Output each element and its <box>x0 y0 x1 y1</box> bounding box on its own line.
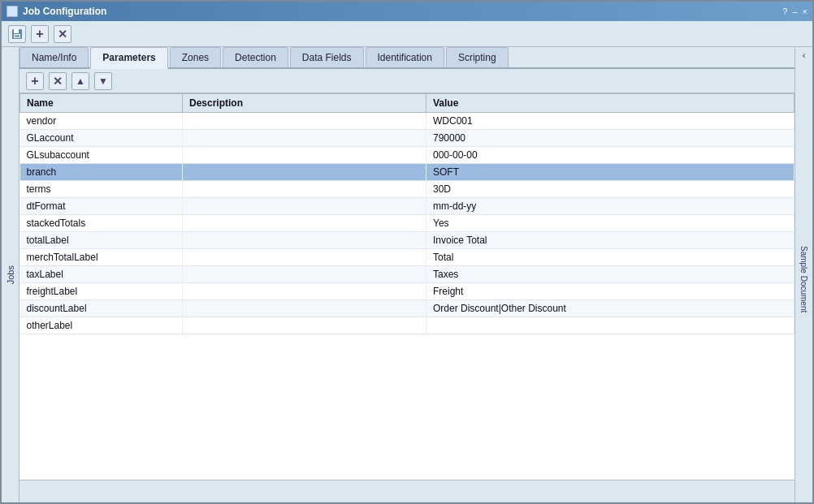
cell-description <box>183 113 426 130</box>
cell-value: 000-00-00 <box>426 147 795 164</box>
cell-value: mm-dd-yy <box>426 198 795 215</box>
tabs-bar: Name/Info Parameters Zones Detection Dat… <box>19 47 795 69</box>
title-bar: Job Configuration ? – × <box>2 2 812 21</box>
minimize-button[interactable]: – <box>792 6 797 16</box>
table-row[interactable]: GLaccount790000 <box>20 130 795 147</box>
cell-name: vendor <box>20 113 183 130</box>
delete-row-icon: ✕ <box>53 75 63 87</box>
inner-toolbar: + ✕ ▲ ▼ <box>19 69 795 93</box>
cell-value: WDC001 <box>426 113 795 130</box>
cell-description <box>183 164 426 181</box>
parameters-table-container: Name Description Value vendorWDC001GLacc… <box>19 93 795 480</box>
tab-datafields[interactable]: Data Fields <box>290 47 364 67</box>
cell-value: SOFT <box>426 164 795 181</box>
cell-name: totalLabel <box>20 232 183 249</box>
tab-zones[interactable]: Zones <box>170 47 221 67</box>
tab-identification[interactable]: Identification <box>366 47 444 67</box>
save-button[interactable] <box>8 25 26 43</box>
cell-description <box>183 130 426 147</box>
cell-name: GLsubaccount <box>20 147 183 164</box>
table-row[interactable]: otherLabel <box>20 317 795 334</box>
window-icon <box>6 6 18 17</box>
down-arrow-icon: ▼ <box>98 75 108 87</box>
table-row[interactable]: stackedTotalsYes <box>20 215 795 232</box>
cell-name: taxLabel <box>20 266 183 283</box>
save-icon <box>11 28 23 40</box>
cell-value: Order Discount|Other Discount <box>426 300 795 317</box>
move-down-button[interactable]: ▼ <box>94 72 112 90</box>
cell-name: GLaccount <box>20 130 183 147</box>
right-sidebar-chevron[interactable]: ‹ <box>803 50 806 60</box>
cell-value <box>426 317 795 334</box>
cell-description <box>183 266 426 283</box>
table-row[interactable]: taxLabelTaxes <box>20 266 795 283</box>
cell-name: discountLabel <box>20 300 183 317</box>
cell-description <box>183 283 426 300</box>
cell-name: stackedTotals <box>20 215 183 232</box>
tab-scripting[interactable]: Scripting <box>446 47 509 67</box>
help-button[interactable]: ? <box>782 6 787 16</box>
parameters-table: Name Description Value vendorWDC001GLacc… <box>19 93 795 334</box>
add-top-button[interactable]: + <box>31 25 49 43</box>
up-arrow-icon: ▲ <box>76 75 85 87</box>
cell-description <box>183 215 426 232</box>
job-configuration-window: Job Configuration ? – × + ✕ Jobs <box>0 0 814 504</box>
cell-name: otherLabel <box>20 317 183 334</box>
cell-value: 30D <box>426 181 795 198</box>
cell-value: Invoice Total <box>426 232 795 249</box>
cell-description <box>183 249 426 266</box>
window-title: Job Configuration <box>23 6 106 17</box>
cell-description <box>183 198 426 215</box>
sample-document-label[interactable]: Sample Document <box>799 246 808 312</box>
cell-description <box>183 147 426 164</box>
cell-name: dtFormat <box>20 198 183 215</box>
title-bar-left: Job Configuration <box>6 6 106 17</box>
title-bar-controls: ? – × <box>782 6 808 16</box>
table-row[interactable]: merchTotalLabelTotal <box>20 249 795 266</box>
table-header-row: Name Description Value <box>20 94 795 113</box>
main-area: Jobs Name/Info Parameters Zones Detectio… <box>2 47 812 502</box>
tab-nameinfo[interactable]: Name/Info <box>19 47 89 67</box>
table-row[interactable]: GLsubaccount000-00-00 <box>20 147 795 164</box>
add-row-button[interactable]: + <box>26 72 44 90</box>
cell-description <box>183 300 426 317</box>
table-row[interactable]: branchSOFT <box>20 164 795 181</box>
close-window-button[interactable]: × <box>803 6 808 16</box>
cell-name: freightLabel <box>20 283 183 300</box>
table-row[interactable]: terms30D <box>20 181 795 198</box>
cell-name: terms <box>20 181 183 198</box>
tab-detection[interactable]: Detection <box>223 47 288 67</box>
content-area: Name/Info Parameters Zones Detection Dat… <box>19 47 795 502</box>
cell-value: Yes <box>426 215 795 232</box>
jobs-label: Jobs <box>6 265 15 284</box>
left-sidebar[interactable]: Jobs <box>2 47 19 502</box>
table-body: vendorWDC001GLaccount790000GLsubaccount0… <box>20 113 795 334</box>
cell-name: merchTotalLabel <box>20 249 183 266</box>
table-row[interactable]: dtFormatmm-dd-yy <box>20 198 795 215</box>
add-row-icon: + <box>31 75 38 88</box>
move-up-button[interactable]: ▲ <box>71 72 89 90</box>
bottom-area <box>19 480 795 502</box>
plus-icon: + <box>36 28 43 41</box>
table-row[interactable]: discountLabelOrder Discount|Other Discou… <box>20 300 795 317</box>
column-header-description: Description <box>183 94 426 113</box>
tab-parameters[interactable]: Parameters <box>90 47 167 69</box>
cell-description <box>183 232 426 249</box>
table-row[interactable]: vendorWDC001 <box>20 113 795 130</box>
top-toolbar: + ✕ <box>2 21 812 47</box>
column-header-value: Value <box>426 94 795 113</box>
delete-row-button[interactable]: ✕ <box>49 72 67 90</box>
cell-value: 790000 <box>426 130 795 147</box>
cell-description <box>183 317 426 334</box>
x-icon: ✕ <box>58 28 67 40</box>
column-header-name: Name <box>20 94 183 113</box>
cell-value: Taxes <box>426 266 795 283</box>
svg-rect-1 <box>14 29 19 33</box>
cell-description <box>183 181 426 198</box>
cell-value: Freight <box>426 283 795 300</box>
cell-value: Total <box>426 249 795 266</box>
right-sidebar[interactable]: ‹ Sample Document <box>795 47 812 502</box>
close-top-button[interactable]: ✕ <box>54 25 71 43</box>
table-row[interactable]: freightLabelFreight <box>20 283 795 300</box>
table-row[interactable]: totalLabelInvoice Total <box>20 232 795 249</box>
